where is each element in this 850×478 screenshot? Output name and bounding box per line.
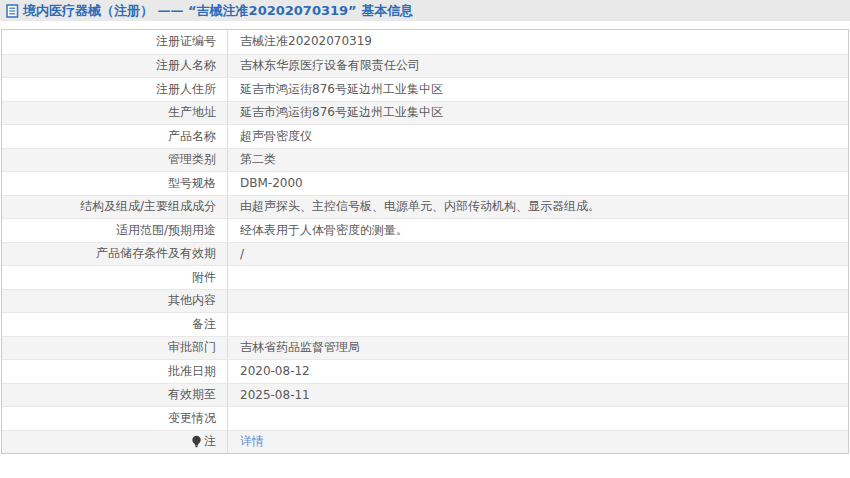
row-value	[228, 313, 848, 336]
row-label: 批准日期	[2, 360, 228, 383]
table-row-note: 注 详情	[2, 430, 848, 454]
registration-info-table: 注册证编号 吉械注准20202070319 注册人名称 吉林东华原医疗设备有限责…	[1, 29, 849, 454]
row-label: 注册人名称	[2, 55, 228, 78]
table-row: 注册人住所 延吉市鸿运街876号延边州工业集中区	[2, 77, 848, 101]
row-value	[228, 290, 848, 313]
table-row: 产品储存条件及有效期 /	[2, 242, 848, 266]
row-label: 备注	[2, 313, 228, 336]
table-row: 变更情况	[2, 406, 848, 430]
document-icon	[6, 4, 19, 18]
table-row: 结构及组成/主要组成成分 由超声探头、主控信号板、电源单元、内部传动机构、显示器…	[2, 195, 848, 219]
header-bar: 境内医疗器械（注册） —— “吉械注准20202070319” 基本信息	[0, 0, 850, 21]
row-label: 注册人住所	[2, 78, 228, 101]
row-value: 吉林省药品监督管理局	[228, 337, 848, 360]
row-label: 适用范围/预期用途	[2, 219, 228, 242]
row-label: 注	[2, 431, 228, 454]
table-row: 其他内容	[2, 289, 848, 313]
row-value	[228, 266, 848, 289]
table-row: 有效期至 2025-08-11	[2, 383, 848, 407]
table-row: 生产地址 延吉市鸿运街876号延边州工业集中区	[2, 101, 848, 125]
row-value: 2025-08-11	[228, 384, 848, 407]
row-label: 管理类别	[2, 149, 228, 172]
row-label: 审批部门	[2, 337, 228, 360]
bulb-icon	[191, 435, 202, 448]
table-row: 管理类别 第二类	[2, 148, 848, 172]
table-row: 审批部门 吉林省药品监督管理局	[2, 336, 848, 360]
row-value: 2020-08-12	[228, 360, 848, 383]
row-value: DBM-2000	[228, 172, 848, 195]
table-row: 适用范围/预期用途 经体表用于人体骨密度的测量。	[2, 218, 848, 242]
row-label: 其他内容	[2, 290, 228, 313]
table-row: 备注	[2, 312, 848, 336]
row-value: 第二类	[228, 149, 848, 172]
row-label: 附件	[2, 266, 228, 289]
page-title: 境内医疗器械（注册） —— “吉械注准20202070319” 基本信息	[23, 2, 413, 20]
detail-link[interactable]: 详情	[240, 433, 264, 450]
row-label: 变更情况	[2, 407, 228, 430]
row-value: /	[228, 243, 848, 266]
row-value	[228, 407, 848, 430]
row-label: 结构及组成/主要组成成分	[2, 196, 228, 219]
table-row: 产品名称 超声骨密度仪	[2, 124, 848, 148]
table-row: 注册证编号 吉械注准20202070319	[2, 30, 848, 54]
row-value: 延吉市鸿运街876号延边州工业集中区	[228, 78, 848, 101]
row-value: 由超声探头、主控信号板、电源单元、内部传动机构、显示器组成。	[228, 196, 848, 219]
table-row: 注册人名称 吉林东华原医疗设备有限责任公司	[2, 54, 848, 78]
row-label: 产品储存条件及有效期	[2, 243, 228, 266]
row-value: 吉林东华原医疗设备有限责任公司	[228, 55, 848, 78]
note-label: 注	[204, 433, 216, 450]
row-label: 生产地址	[2, 102, 228, 125]
row-value: 吉械注准20202070319	[228, 30, 848, 54]
row-value: 延吉市鸿运街876号延边州工业集中区	[228, 102, 848, 125]
row-label: 注册证编号	[2, 30, 228, 54]
row-value: 超声骨密度仪	[228, 125, 848, 148]
row-label: 型号规格	[2, 172, 228, 195]
row-value: 详情	[228, 431, 848, 454]
row-label: 有效期至	[2, 384, 228, 407]
table-row: 附件	[2, 265, 848, 289]
row-value: 经体表用于人体骨密度的测量。	[228, 219, 848, 242]
row-label: 产品名称	[2, 125, 228, 148]
table-row: 批准日期 2020-08-12	[2, 359, 848, 383]
table-row: 型号规格 DBM-2000	[2, 171, 848, 195]
